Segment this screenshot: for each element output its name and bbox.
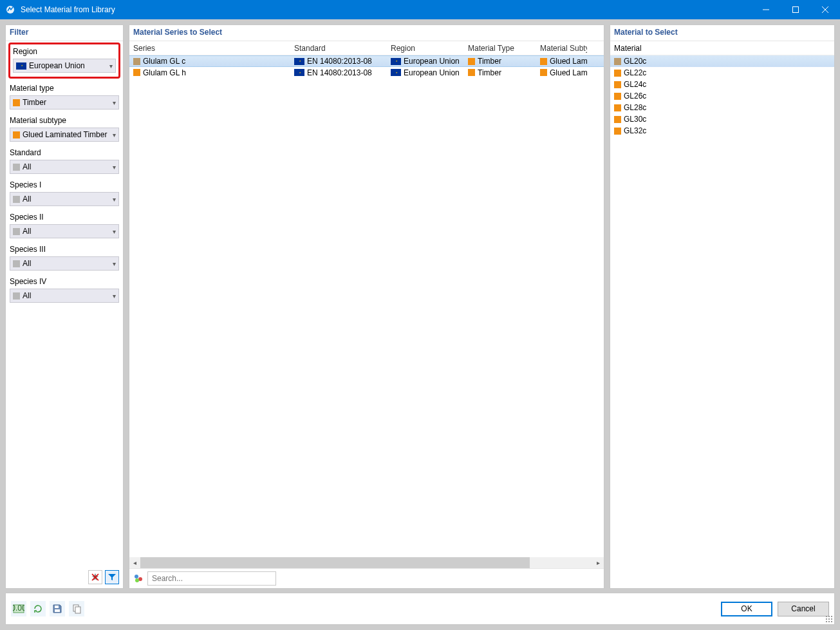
- filter-icon: [107, 573, 117, 582]
- eu-flag-icon: ⋆: [391, 69, 401, 76]
- material-row[interactable]: GL22c: [610, 67, 834, 79]
- series-name: Glulam GL h: [143, 68, 186, 77]
- swatch-icon: [13, 131, 20, 138]
- client-area: Filter Region ⋆ European Union ▾ Materia…: [0, 19, 840, 630]
- species1-dropdown[interactable]: All ▾: [10, 192, 119, 206]
- standard-dropdown[interactable]: All ▾: [10, 160, 119, 174]
- material-name: GL28c: [624, 103, 646, 112]
- save-button[interactable]: [50, 601, 65, 616]
- standard-value: EN 14080:2013-08: [307, 68, 372, 77]
- species4-value: All: [23, 291, 110, 300]
- eu-flag-icon: ⋆: [294, 69, 304, 76]
- material-panel: Material to Select Material GL20cGL22cGL…: [610, 24, 835, 589]
- svg-rect-10: [75, 607, 80, 613]
- copy-button[interactable]: [69, 601, 84, 616]
- species3-dropdown[interactable]: All ▾: [10, 256, 119, 271]
- titlebar: Select Material from Library: [0, 0, 840, 19]
- swatch-icon: [614, 81, 621, 88]
- svg-rect-1: [793, 7, 799, 13]
- species4-dropdown[interactable]: All ▾: [10, 289, 119, 303]
- material-type-value: Timber: [23, 98, 110, 107]
- col-series[interactable]: Series: [129, 44, 290, 53]
- eu-flag-icon: ⋆: [294, 58, 304, 65]
- series-row[interactable]: Glulam GL h⋆EN 14080:2013-08⋆European Un…: [129, 67, 604, 79]
- standard-value: EN 14080:2013-08: [307, 57, 372, 66]
- swatch-icon: [614, 58, 621, 65]
- refresh-icon: [33, 604, 43, 614]
- chevron-down-icon: ▾: [113, 260, 116, 267]
- chevron-down-icon: ▾: [113, 164, 116, 171]
- swatch-icon: [614, 93, 621, 100]
- close-button[interactable]: [810, 0, 840, 19]
- material-subtype-value: Glued Laminated Timber: [23, 130, 110, 139]
- series-row[interactable]: Glulam GL c⋆EN 14080:2013-08⋆European Un…: [129, 55, 604, 67]
- eu-flag-icon: ⋆: [391, 58, 401, 65]
- region-dropdown[interactable]: ⋆ European Union ▾: [13, 59, 116, 73]
- cancel-button[interactable]: Cancel: [778, 602, 829, 616]
- region-label: Region: [13, 47, 116, 56]
- msub-value: Glued Lam: [550, 68, 588, 77]
- maximize-button[interactable]: [781, 0, 810, 19]
- filter-panel-title: Filter: [6, 25, 123, 41]
- chevron-down-icon: ▾: [113, 131, 116, 138]
- swatch-icon: [13, 99, 20, 106]
- clear-filter-button[interactable]: [88, 570, 102, 584]
- material-column-header[interactable]: Material: [610, 41, 834, 55]
- apply-filter-button[interactable]: [105, 570, 119, 584]
- col-region[interactable]: Region: [387, 44, 464, 53]
- region-value: European Union: [404, 57, 460, 66]
- units-button[interactable]: 0.00: [11, 601, 26, 616]
- search-input[interactable]: [147, 571, 276, 586]
- ok-button[interactable]: OK: [721, 602, 772, 616]
- species4-label: Species IV: [10, 277, 119, 286]
- minimize-button[interactable]: [751, 0, 781, 19]
- horizontal-scrollbar[interactable]: ◂ ▸: [129, 557, 604, 568]
- species3-label: Species III: [10, 245, 119, 254]
- region-value: European Union: [404, 68, 460, 77]
- material-row[interactable]: GL26c: [610, 90, 834, 102]
- swatch-icon: [13, 228, 20, 235]
- material-name: GL22c: [624, 68, 646, 77]
- resize-grip[interactable]: [825, 615, 833, 623]
- material-row[interactable]: GL30c: [610, 113, 834, 125]
- material-name: GL24c: [624, 80, 646, 89]
- chevron-down-icon: ▾: [109, 62, 113, 70]
- material-type-dropdown[interactable]: Timber ▾: [10, 95, 119, 110]
- svg-point-2: [135, 575, 138, 578]
- swatch-icon: [614, 70, 621, 77]
- scroll-right-icon[interactable]: ▸: [593, 557, 604, 568]
- svg-text:0.00: 0.00: [13, 604, 24, 613]
- swatch-icon: [614, 128, 621, 135]
- series-panel: Material Series to Select Series Standar…: [129, 24, 604, 589]
- species2-dropdown[interactable]: All ▾: [10, 224, 119, 238]
- refresh-button[interactable]: [30, 601, 46, 616]
- material-row[interactable]: GL28c: [610, 102, 834, 113]
- mtype-value: Timber: [478, 68, 501, 77]
- species1-label: Species I: [10, 180, 119, 189]
- material-row[interactable]: GL24c: [610, 79, 834, 90]
- swatch-icon: [133, 69, 140, 76]
- material-row[interactable]: GL20c: [610, 55, 834, 67]
- series-grid-header: Series Standard Region Material Type Mat…: [129, 41, 604, 55]
- swatch-icon: [468, 69, 475, 76]
- pin-x-icon: [91, 573, 100, 582]
- scroll-thumb[interactable]: [140, 557, 530, 568]
- col-material-type[interactable]: Material Type: [464, 44, 536, 53]
- window-title: Select Material from Library: [21, 5, 751, 14]
- region-value: European Union: [29, 61, 107, 70]
- save-icon: [52, 604, 62, 614]
- filter-panel: Filter Region ⋆ European Union ▾ Materia…: [5, 24, 124, 589]
- material-row[interactable]: GL32c: [610, 125, 834, 137]
- material-subtype-dropdown[interactable]: Glued Laminated Timber ▾: [10, 128, 119, 142]
- svg-rect-7: [55, 606, 59, 608]
- svg-rect-8: [55, 609, 60, 612]
- chevron-down-icon: ▾: [113, 196, 116, 203]
- species2-label: Species II: [10, 213, 119, 222]
- search-options-icon[interactable]: [133, 573, 144, 584]
- standard-value: All: [23, 162, 110, 171]
- scroll-left-icon[interactable]: ◂: [129, 557, 140, 568]
- col-standard[interactable]: Standard: [290, 44, 387, 53]
- col-material-subtype[interactable]: Material Subtype: [536, 44, 588, 53]
- chevron-down-icon: ▾: [113, 292, 116, 300]
- mtype-value: Timber: [478, 57, 501, 66]
